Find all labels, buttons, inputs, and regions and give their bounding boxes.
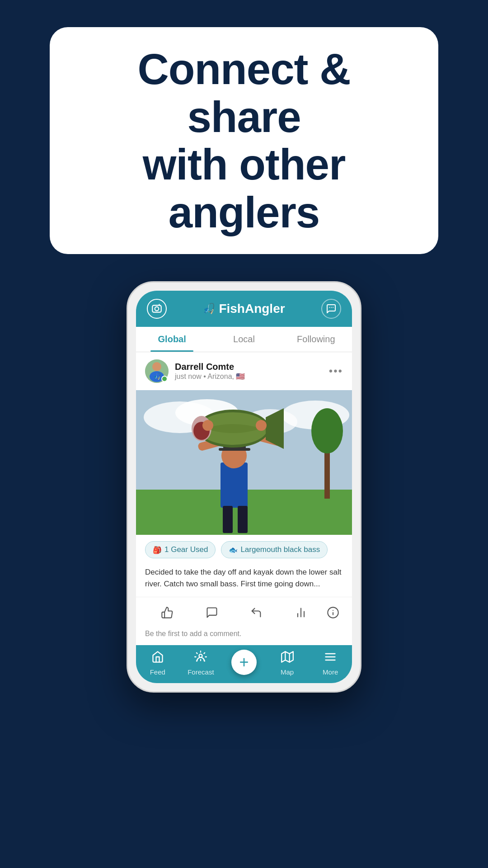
svg-point-1 xyxy=(155,307,159,311)
post-meta: Darrell Comte just now • Arizona, 🇺🇸 xyxy=(175,362,323,381)
svg-text:🎣: 🎣 xyxy=(153,373,161,380)
stats-button[interactable] xyxy=(279,603,324,623)
gear-tag[interactable]: 🎒 1 Gear Used xyxy=(145,541,216,558)
gear-tag-label: 1 Gear Used xyxy=(164,545,208,554)
headline-text: Connect & share with other anglers xyxy=(77,45,411,236)
post-tags: 🎒 1 Gear Used 🐟 Largemouth black bass xyxy=(136,535,352,565)
forecast-label: Forecast xyxy=(188,668,214,676)
avatar-container: 🎣 xyxy=(145,359,169,383)
app-header: 🎣 FishAngler xyxy=(136,291,352,327)
app-name: FishAngler xyxy=(219,302,285,316)
svg-rect-23 xyxy=(219,448,250,451)
svg-rect-20 xyxy=(238,506,248,533)
map-icon xyxy=(281,651,294,666)
app-logo-area: 🎣 FishAngler xyxy=(203,302,285,316)
phone-frame: 🎣 FishAngler Global Local Following xyxy=(127,281,361,693)
svg-point-17 xyxy=(311,408,343,453)
svg-point-7 xyxy=(152,362,161,371)
svg-marker-39 xyxy=(282,652,293,662)
fish-tag-icon: 🐟 xyxy=(229,546,238,554)
like-button[interactable] xyxy=(145,603,190,623)
nav-add[interactable]: + xyxy=(222,650,266,677)
post-caption: Decided to take the day off and kayak do… xyxy=(136,565,352,597)
nav-feed[interactable]: Feed xyxy=(136,651,179,676)
fish-species-tag[interactable]: 🐟 Largemouth black bass xyxy=(221,541,328,558)
nav-forecast[interactable]: Forecast xyxy=(179,651,223,676)
forecast-icon xyxy=(194,651,207,666)
comment-prompt: Be the first to add a comment. xyxy=(136,628,352,645)
post-options-button[interactable]: ••• xyxy=(329,365,343,377)
post-card: 🎣 Darrell Comte just now • Arizona, 🇺🇸 •… xyxy=(136,352,352,683)
svg-rect-18 xyxy=(221,462,248,508)
feed-label: Feed xyxy=(150,668,165,676)
more-label: More xyxy=(323,668,338,676)
svg-point-30 xyxy=(202,420,213,431)
nav-more[interactable]: More xyxy=(309,651,352,676)
headline-card: Connect & share with other anglers xyxy=(50,27,438,254)
gear-tag-icon: 🎒 xyxy=(153,546,162,554)
phone-screen: 🎣 FishAngler Global Local Following xyxy=(136,291,352,683)
post-time: just now • Arizona, 🇺🇸 xyxy=(175,372,323,381)
svg-rect-19 xyxy=(223,506,233,533)
post-username: Darrell Comte xyxy=(175,362,323,372)
post-image xyxy=(136,390,352,535)
profile-icon[interactable] xyxy=(147,299,167,319)
add-button[interactable]: + xyxy=(231,650,257,675)
comment-button[interactable] xyxy=(190,603,235,623)
nav-tabs: Global Local Following xyxy=(136,327,352,352)
tab-following[interactable]: Following xyxy=(280,327,352,352)
post-header: 🎣 Darrell Comte just now • Arizona, 🇺🇸 •… xyxy=(136,352,352,390)
bottom-navigation: Feed Forecast + xyxy=(136,645,352,683)
post-actions xyxy=(136,597,352,628)
nav-map[interactable]: Map xyxy=(266,651,309,676)
more-icon xyxy=(324,651,337,666)
online-indicator xyxy=(161,376,168,382)
fish-tag-label: Largemouth black bass xyxy=(240,545,320,554)
svg-point-31 xyxy=(256,420,267,431)
fish-logo-icon: 🎣 xyxy=(203,303,215,315)
feed-icon xyxy=(151,651,164,666)
chat-icon[interactable] xyxy=(321,299,341,319)
tab-local[interactable]: Local xyxy=(208,327,280,352)
tab-global[interactable]: Global xyxy=(136,327,208,352)
info-button[interactable] xyxy=(323,603,343,623)
share-button[interactable] xyxy=(234,603,279,623)
map-label: Map xyxy=(281,668,294,676)
